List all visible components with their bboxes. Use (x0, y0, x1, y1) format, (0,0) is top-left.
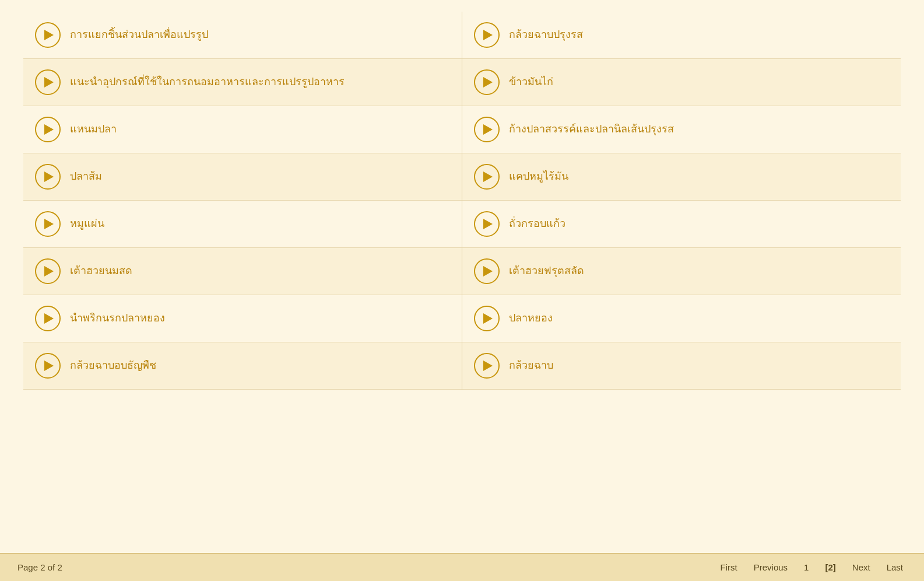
list-item[interactable]: แหนมปลา (23, 106, 462, 153)
play-triangle (483, 172, 493, 182)
play-triangle (483, 313, 493, 324)
play-icon (35, 22, 61, 48)
item-label: แคปหมูไร้มัน (509, 169, 568, 184)
play-triangle (483, 30, 493, 40)
item-label: ก้างปลาสวรรค์และปลานิลเส้นปรุงรส (509, 122, 674, 136)
left-column: การแยกชิ้นส่วนปลาเพื่อแปรรูป แนะนำอุปกรณ… (23, 12, 462, 390)
right-column: กล้วยฉาบปรุงรส ข้าวมันไก่ ก้างปลาสวรรค์แ… (462, 12, 901, 390)
play-triangle (44, 30, 54, 40)
play-icon (35, 164, 61, 190)
play-triangle (483, 124, 493, 135)
next-page-link[interactable]: Next (849, 561, 874, 573)
items-wrapper: การแยกชิ้นส่วนปลาเพื่อแปรรูป แนะนำอุปกรณ… (23, 12, 901, 390)
item-label: การแยกชิ้นส่วนปลาเพื่อแปรรูป (70, 27, 208, 42)
list-item[interactable]: กล้วยฉาบ (462, 342, 901, 390)
item-label: ปลาหยอง (509, 311, 553, 326)
page-1-link[interactable]: 1 (800, 561, 812, 573)
item-label: กล้วยฉาบอบธัญพืช (70, 358, 156, 373)
item-label: กล้วยฉาบปรุงรส (509, 27, 583, 42)
list-item[interactable]: เต้าฮวยนมสด (23, 248, 462, 295)
item-label: ถั่วกรอบแก้ว (509, 216, 565, 231)
play-triangle (483, 360, 493, 371)
previous-page-link[interactable]: Previous (750, 561, 791, 573)
play-triangle (44, 77, 54, 88)
play-icon (474, 353, 500, 379)
play-icon (35, 258, 61, 284)
item-label: ข้าวมันไก่ (509, 75, 553, 89)
play-triangle (483, 219, 493, 229)
play-icon (474, 258, 500, 284)
play-icon (35, 117, 61, 142)
item-label: กล้วยฉาบ (509, 358, 553, 373)
play-triangle (44, 124, 54, 135)
item-label: ปลาส้ม (70, 169, 102, 184)
list-item[interactable]: แคปหมูไร้มัน (462, 153, 901, 201)
item-label: แนะนำอุปกรณ์ที่ใช้ในการถนอมอาหารและการแป… (70, 75, 345, 89)
item-label: เต้าฮวยนมสด (70, 264, 132, 278)
list-item[interactable]: ข้าวมันไก่ (462, 59, 901, 106)
list-item[interactable]: นำพริกนรกปลาหยอง (23, 295, 462, 342)
item-label: แหนมปลา (70, 122, 117, 136)
list-item[interactable]: กล้วยฉาบปรุงรส (462, 12, 901, 59)
list-item[interactable]: ปลาส้ม (23, 153, 462, 201)
play-triangle (44, 313, 54, 324)
play-triangle (44, 219, 54, 229)
list-item[interactable]: หมูแผ่น (23, 201, 462, 248)
last-page-link[interactable]: Last (883, 561, 907, 573)
list-item[interactable]: แนะนำอุปกรณ์ที่ใช้ในการถนอมอาหารและการแป… (23, 59, 462, 106)
play-icon (35, 353, 61, 379)
item-label: นำพริกนรกปลาหยอง (70, 311, 165, 326)
play-icon (474, 22, 500, 48)
play-triangle (44, 266, 54, 276)
play-triangle (44, 172, 54, 182)
play-triangle (483, 77, 493, 88)
list-item[interactable]: ปลาหยอง (462, 295, 901, 342)
play-icon (35, 306, 61, 331)
play-icon (474, 69, 500, 95)
play-triangle (483, 266, 493, 276)
page-2-link[interactable]: [2] (821, 561, 839, 573)
play-icon (474, 211, 500, 237)
page-info: Page 2 of 2 (17, 562, 717, 572)
pagination-nav: First Previous 1 [2] Next Last (717, 561, 907, 573)
list-item[interactable]: ถั่วกรอบแก้ว (462, 201, 901, 248)
first-page-link[interactable]: First (717, 561, 741, 573)
list-item[interactable]: การแยกชิ้นส่วนปลาเพื่อแปรรูป (23, 12, 462, 59)
list-item[interactable]: เต้าฮวยฟรุตสลัด (462, 248, 901, 295)
item-label: หมูแผ่น (70, 216, 104, 231)
list-item[interactable]: ก้างปลาสวรรค์และปลานิลเส้นปรุงรส (462, 106, 901, 153)
play-icon (474, 117, 500, 142)
play-icon (35, 211, 61, 237)
main-content: การแยกชิ้นส่วนปลาเพื่อแปรรูป แนะนำอุปกรณ… (0, 0, 924, 553)
play-triangle (44, 360, 54, 371)
play-icon (474, 164, 500, 190)
item-label: เต้าฮวยฟรุตสลัด (509, 264, 584, 278)
play-icon (35, 69, 61, 95)
pagination-bar: Page 2 of 2 First Previous 1 [2] Next La… (0, 553, 924, 581)
play-icon (474, 306, 500, 331)
list-item[interactable]: กล้วยฉาบอบธัญพืช (23, 342, 462, 390)
